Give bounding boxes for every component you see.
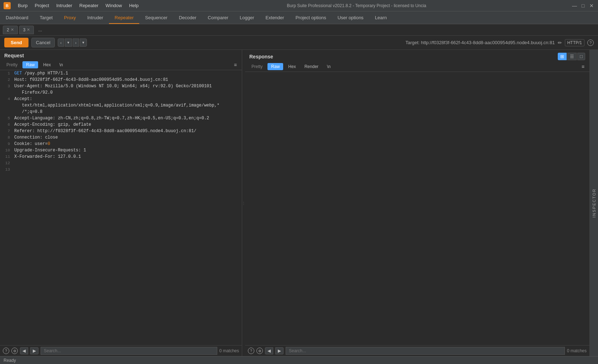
line-number: 5 bbox=[1, 115, 10, 121]
response-search-next-btn[interactable]: ▶ bbox=[275, 347, 284, 354]
repeater-tab-3-close[interactable]: ✕ bbox=[27, 27, 30, 32]
response-tab-raw[interactable]: Raw bbox=[267, 63, 283, 70]
window-title: Burp Suite Professional v2021.8.2 - Temp… bbox=[287, 3, 426, 8]
menu-window[interactable]: Window bbox=[103, 2, 125, 9]
response-search-input[interactable] bbox=[286, 347, 565, 355]
response-panel-menu-icon[interactable]: ≡ bbox=[579, 63, 587, 70]
request-code-area[interactable]: 1GET /pay.php HTTP/1.12Host: f0328f3f-66… bbox=[0, 70, 242, 345]
tab-dashboard[interactable]: Dashboard bbox=[0, 12, 34, 24]
tab-extender[interactable]: Extender bbox=[260, 12, 290, 24]
line-number: 4 bbox=[1, 96, 10, 115]
view-toggle-square-btn[interactable]: □ bbox=[577, 53, 585, 60]
menu-help[interactable]: Help bbox=[126, 2, 141, 9]
tab-learn[interactable]: Learn bbox=[369, 12, 392, 24]
repeater-tab-2-close[interactable]: ✕ bbox=[11, 27, 14, 32]
view-toggle-grid-btn[interactable]: ⊞ bbox=[558, 53, 567, 60]
next-button[interactable]: › bbox=[73, 38, 79, 47]
send-button[interactable]: Send bbox=[4, 38, 28, 47]
response-tab-render[interactable]: Render bbox=[301, 63, 322, 70]
cancel-button[interactable]: Cancel bbox=[31, 38, 55, 47]
line-content: X-Forwarded-For: 127.0.0.1 bbox=[14, 154, 240, 160]
line-content bbox=[14, 160, 240, 166]
request-search-input[interactable] bbox=[41, 347, 217, 355]
nav-tabs: Dashboard Target Proxy Intruder Repeater… bbox=[0, 11, 598, 24]
title-bar-left: B Burp Project Intruder Repeater Window … bbox=[4, 2, 141, 9]
status-text: Ready bbox=[4, 358, 16, 363]
menu-burp[interactable]: Burp bbox=[15, 2, 30, 9]
view-toggle: ⊞ ☰ □ bbox=[558, 53, 585, 60]
line-number: 7 bbox=[1, 128, 10, 134]
tab-target[interactable]: Target bbox=[34, 12, 58, 24]
close-button[interactable]: ✕ bbox=[589, 3, 594, 9]
repeater-tab-2[interactable]: 2 ✕ bbox=[3, 26, 18, 34]
line-content: Cookie: user=0 bbox=[14, 141, 240, 147]
maximize-button[interactable]: □ bbox=[580, 3, 586, 9]
request-line: 7Referer: http://f0328f3f-662f-4c43-8dd8… bbox=[0, 128, 242, 134]
response-search-help-icon[interactable]: ? bbox=[248, 348, 254, 354]
tab-proxy[interactable]: Proxy bbox=[58, 12, 82, 24]
request-search-help-icon[interactable]: ? bbox=[3, 348, 9, 354]
panel-divider[interactable]: ⋮ bbox=[242, 50, 245, 356]
tab-sequencer[interactable]: Sequencer bbox=[139, 12, 173, 24]
request-tab-newline[interactable]: \n bbox=[56, 61, 67, 68]
response-tab-newline[interactable]: \n bbox=[323, 63, 334, 70]
target-edit-icon[interactable]: ✏ bbox=[558, 40, 562, 46]
toolbar: Send Cancel ‹ ▾ › ▾ Target: http://f0328… bbox=[0, 36, 598, 50]
response-code-area[interactable] bbox=[245, 72, 589, 345]
toolbar-help-icon[interactable]: ? bbox=[587, 40, 594, 46]
prev-button[interactable]: ‹ bbox=[58, 38, 64, 47]
menu-intruder[interactable]: Intruder bbox=[53, 2, 75, 9]
line-number: 9 bbox=[1, 141, 10, 147]
request-tab-hex[interactable]: Hex bbox=[40, 61, 54, 68]
request-panel-menu-icon[interactable]: ≡ bbox=[232, 61, 239, 68]
request-tab-pretty[interactable]: Pretty bbox=[3, 61, 21, 68]
status-bar: Ready bbox=[0, 356, 598, 364]
request-line: 12 bbox=[0, 160, 242, 166]
response-panel-toolbar: Pretty Raw Hex Render \n ≡ bbox=[245, 62, 589, 72]
request-tab-raw[interactable]: Raw bbox=[22, 61, 38, 68]
tab-project-options[interactable]: Project options bbox=[290, 12, 332, 24]
request-panel: Request Pretty Raw Hex \n ≡ 1GET /pay.ph… bbox=[0, 50, 242, 356]
request-line: 10Upgrade-Insecure-Requests: 1 bbox=[0, 147, 242, 154]
prev-dropdown-button[interactable]: ▾ bbox=[65, 38, 72, 47]
line-number: 1 bbox=[1, 70, 10, 77]
request-search-settings-icon[interactable]: ⚙ bbox=[11, 348, 18, 354]
tab-intruder[interactable]: Intruder bbox=[82, 12, 109, 24]
response-search-prev-btn[interactable]: ◀ bbox=[265, 347, 273, 354]
response-tab-hex[interactable]: Hex bbox=[285, 63, 299, 70]
menu-repeater[interactable]: Repeater bbox=[77, 2, 101, 9]
tab-comparer[interactable]: Comparer bbox=[202, 12, 234, 24]
repeater-tab-more[interactable]: ... bbox=[35, 26, 45, 34]
response-panel-title: Response bbox=[249, 54, 273, 59]
inspector-sidebar[interactable]: INSPECTOR bbox=[589, 50, 598, 356]
line-number: 10 bbox=[1, 147, 10, 154]
line-number: 12 bbox=[1, 160, 10, 166]
request-line: 8Connection: close bbox=[0, 134, 242, 141]
http-version-selector[interactable]: HTTP/1 bbox=[565, 39, 584, 46]
line-content: Host: f0328f3f-662f-4c43-8dd8-aac000954d… bbox=[14, 77, 240, 83]
line-content: User-Agent: Mozilla/5.0 (Windows NT 10.0… bbox=[14, 83, 240, 96]
response-panel-header: Response ⊞ ☰ □ bbox=[245, 50, 589, 62]
request-panel-title: Request bbox=[0, 50, 242, 60]
minimize-button[interactable]: — bbox=[572, 3, 577, 9]
burp-logo: B bbox=[4, 2, 11, 9]
request-search-prev-btn[interactable]: ◀ bbox=[20, 347, 28, 354]
inspector-label: INSPECTOR bbox=[592, 188, 596, 218]
request-line: 5Accept-Language: zh-CN,zh;q=0.8,zh-TW;q… bbox=[0, 115, 242, 121]
tab-user-options[interactable]: User options bbox=[332, 12, 369, 24]
response-search-settings-icon[interactable]: ⚙ bbox=[256, 348, 263, 354]
view-toggle-list-btn[interactable]: ☰ bbox=[567, 53, 577, 60]
request-line: 13 bbox=[0, 166, 242, 173]
line-content: Connection: close bbox=[14, 134, 240, 141]
tab-repeater[interactable]: Repeater bbox=[109, 12, 139, 24]
response-tab-pretty[interactable]: Pretty bbox=[248, 63, 266, 70]
repeater-tab-3[interactable]: 3 ✕ bbox=[19, 26, 34, 34]
repeater-tabs-bar: 2 ✕ 3 ✕ ... bbox=[0, 24, 598, 36]
line-content: Accept-Language: zh-CN,zh;q=0.8,zh-TW;q=… bbox=[14, 115, 240, 121]
tab-logger[interactable]: Logger bbox=[234, 12, 260, 24]
tab-decoder[interactable]: Decoder bbox=[173, 12, 202, 24]
request-line: 1GET /pay.php HTTP/1.1 bbox=[0, 70, 242, 77]
next-dropdown-button[interactable]: ▾ bbox=[80, 38, 87, 47]
menu-project[interactable]: Project bbox=[32, 2, 52, 9]
request-search-next-btn[interactable]: ▶ bbox=[30, 347, 38, 354]
